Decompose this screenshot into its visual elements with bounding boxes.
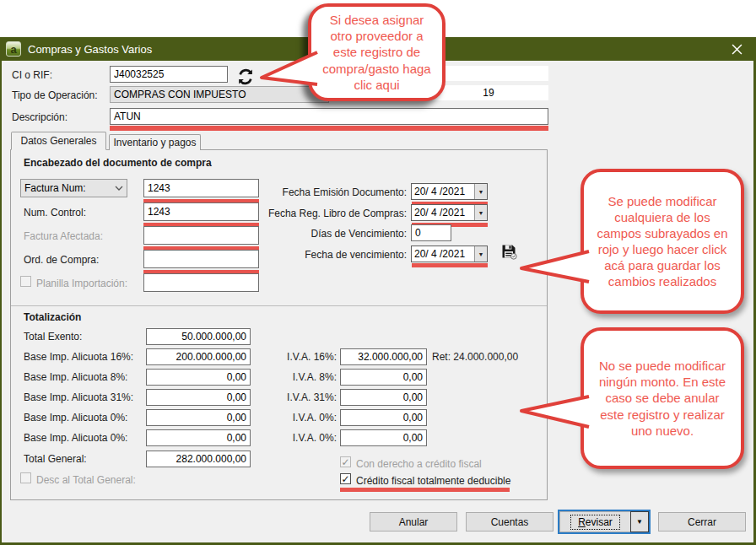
totalizacion-divider — [11, 305, 547, 306]
descripcion-label: Descripción: — [12, 111, 68, 123]
fecha-reg-value: 20/ 4 /2021 — [412, 205, 474, 220]
iva-retencion-text: Ret: 24.000.000,00 — [432, 351, 518, 363]
base-0a-field: 0,00 — [146, 409, 251, 426]
base-31-field: 0,00 — [146, 389, 251, 406]
revisar-split-button[interactable]: Revisar ▼ — [558, 510, 651, 534]
encabezado-section-title: Encabezado del documento de compra — [24, 157, 212, 169]
credito-deducible-label: Crédito fiscal totalmente deducible — [356, 475, 510, 487]
header-extra-field — [429, 66, 548, 81]
total-exento-label: Total Exento: — [24, 331, 82, 343]
iva-0b-field: 0,00 — [340, 429, 427, 446]
desc-total-general-label: Desc al Total General: — [36, 474, 136, 486]
fecha-vencimiento-label: Fecha de vencimiento: — [238, 249, 407, 261]
callout-anular-registro-tail — [515, 390, 592, 432]
fecha-reg-datepicker[interactable]: 20/ 4 /2021 ▼ — [411, 204, 488, 221]
dropdown-arrow-icon[interactable]: ▼ — [474, 246, 487, 262]
app-icon: a — [6, 41, 21, 57]
close-button[interactable] — [727, 40, 746, 57]
iva-0a-label: I.V.A. 0%: — [252, 412, 337, 424]
fecha-vencimiento-underline — [412, 263, 488, 267]
credito-deducible-underline — [340, 488, 510, 492]
close-icon — [732, 44, 742, 55]
callout-anular-registro: No se puede modificar ningún monto. En e… — [580, 327, 744, 469]
base-31-label: Base Imp. Alicuota 31%: — [24, 391, 133, 403]
dropdown-arrow-icon[interactable]: ▼ — [474, 205, 487, 220]
iva-31-label: I.V.A. 31%: — [252, 391, 337, 403]
base-16-field: 200.000.000,00 — [146, 348, 251, 365]
base-0b-label: Base Imp. Alicuota 0%: — [24, 432, 127, 444]
total-general-field: 282.000.000,00 — [146, 451, 251, 467]
revisar-dropdown-button[interactable]: ▼ — [630, 511, 649, 532]
base-8-field: 0,00 — [146, 369, 251, 386]
cuentas-button[interactable]: Cuentas — [466, 512, 554, 532]
fecha-vencimiento-datepicker[interactable]: 20/ 4 /2021 ▼ — [411, 246, 488, 262]
total-exento-field: 50.000.000,00 — [146, 328, 251, 345]
tipo-operacion-label: Tipo de Operación: — [12, 89, 98, 101]
base-16-label: Base Imp. Alicuota 16%: — [24, 351, 133, 363]
chevron-down-icon — [115, 186, 123, 191]
callout-guardar-cambios: Se puede modificar cualquiera de los cam… — [580, 169, 744, 314]
screenshot-root: a Compras y Gastos Varios CI o RIF: J400… — [0, 0, 756, 545]
iva-16-field: 32.000.000,00 — [340, 348, 427, 365]
window-title: Compras y Gastos Varios — [28, 43, 152, 56]
tab-datos-generales[interactable]: Datos Generales — [11, 132, 106, 150]
num-control-label: Num. Control: — [24, 207, 86, 219]
iva-31-field: 0,00 — [340, 389, 427, 406]
base-0b-field: 0,00 — [146, 429, 251, 446]
factura-afectada-label: Factura Afectada: — [24, 230, 103, 242]
con-derecho-credito-label: Con derecho a crédito fiscal — [356, 458, 482, 470]
planilla-importacion-input — [143, 273, 259, 292]
base-0a-label: Base Imp. Alicuota 0%: — [24, 412, 127, 424]
iva-0b-label: I.V.A. 0%: — [252, 432, 337, 444]
ci-rif-label: CI o RIF: — [12, 69, 52, 81]
con-derecho-credito-checkbox: ✓ — [340, 456, 351, 467]
fecha-emision-label: Fecha Emisión Documento: — [238, 186, 407, 198]
iva-0a-field: 0,00 — [340, 409, 427, 426]
tab-inventario-pagos[interactable]: Inventario y pagos — [109, 134, 201, 150]
dropdown-arrow-icon[interactable]: ▼ — [474, 184, 487, 199]
refresh-icon — [236, 67, 255, 86]
ci-rif-input[interactable]: J40032525 — [110, 66, 228, 83]
revisar-button[interactable]: Revisar — [559, 511, 630, 532]
dias-vencimiento-input[interactable]: 0 — [411, 224, 451, 241]
credito-deducible-checkbox[interactable]: ✓ — [340, 473, 351, 484]
fecha-reg-label: Fecha Reg. Libro de Compras: — [238, 208, 407, 219]
dias-vencimiento-label: Días de Vencimiento: — [238, 228, 407, 240]
iva-8-label: I.V.A. 8%: — [252, 371, 337, 383]
factura-num-combobox[interactable]: Factura Num: — [20, 179, 127, 197]
revisar-accelerator: R — [578, 516, 586, 528]
descripcion-input[interactable]: ATUN — [110, 108, 548, 125]
totalizacion-section-title: Totalización — [24, 311, 81, 323]
fecha-emision-datepicker[interactable]: 20/ 4 /2021 ▼ — [411, 183, 488, 200]
callout-guardar-cambios-tail — [515, 246, 592, 287]
iva-16-label: I.V.A. 16%: — [252, 351, 337, 363]
registro-numero-field: 19 — [429, 85, 548, 100]
fecha-emision-value: 20/ 4 /2021 — [412, 184, 474, 199]
base-8-label: Base Imp. Alicuota 8%: — [24, 371, 127, 383]
ord-compra-label: Ord. de Compra: — [24, 254, 99, 266]
tipo-operacion-field: COMPRAS CON IMPUESTO — [110, 86, 329, 103]
total-general-label: Total General: — [24, 453, 87, 465]
anular-button[interactable]: Anular — [370, 512, 457, 532]
planilla-importacion-checkbox — [20, 276, 31, 287]
fecha-vencimiento-value: 20/ 4 /2021 — [412, 246, 474, 262]
callout-asignar-proveedor: Si desea asignar otro proveedor a este r… — [308, 3, 446, 101]
descripcion-underline — [110, 126, 548, 131]
cerrar-button[interactable]: Cerrar — [658, 512, 746, 532]
factura-num-combobox-value: Factura Num: — [24, 182, 115, 194]
planilla-importacion-label: Planilla Importación: — [36, 278, 127, 289]
callout-asignar-proveedor-tail — [255, 47, 321, 88]
desc-total-general-checkbox — [20, 472, 31, 483]
iva-8-field: 0,00 — [340, 369, 427, 386]
revisar-label: evisar — [586, 516, 613, 528]
